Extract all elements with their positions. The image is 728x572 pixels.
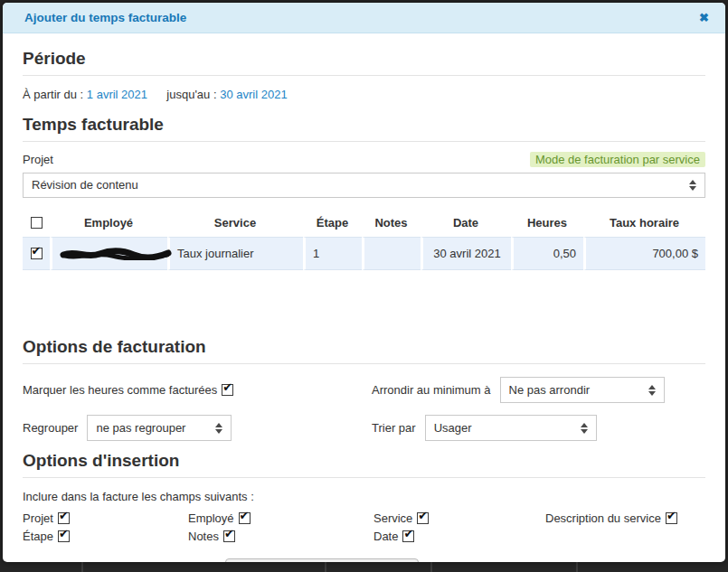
select-all-checkbox[interactable]: ✔ (31, 217, 43, 229)
arrondir-select[interactable]: Ne pas arrondir (500, 377, 665, 403)
project-select[interactable]: Révision de contenu (23, 173, 705, 198)
col-header-employe: Employé (50, 211, 167, 237)
insertion-fields-grid: Projet ✔ Employé ✔ Service ✔ Description… (23, 511, 705, 543)
backdrop-table-divider (430, 561, 432, 572)
regrouper-label: Regrouper (23, 421, 78, 435)
select-arrows-icon (648, 385, 656, 396)
temps-facturable-heading: Temps facturable (23, 115, 705, 142)
field-notes: Notes ✔ (188, 530, 373, 543)
field-employe: Employé ✔ (188, 511, 373, 525)
redacted-employee-name (60, 248, 173, 260)
options-insertion-heading: Options d'insertion (23, 451, 705, 478)
table-header-row: ✔ Employé Service Étape Notes Date Heure… (23, 211, 705, 237)
backdrop-table-divider (325, 561, 326, 572)
field-description-service: Description du service ✔ (545, 511, 705, 525)
field-notes-checkbox[interactable]: ✔ (223, 530, 235, 542)
billing-mode-badge: Mode de facturation par service (530, 152, 705, 167)
close-icon[interactable]: ✖ (699, 12, 709, 23)
field-employe-checkbox[interactable]: ✔ (239, 512, 251, 524)
page-backdrop: Ajouter du temps facturable ✖ Période À … (0, 0, 728, 572)
backdrop-table-divider (576, 561, 578, 572)
field-description-service-checkbox[interactable]: ✔ (666, 512, 677, 524)
periode-range: À partir du : 1 avril 2021 jusqu'au : 30… (23, 88, 705, 101)
cell-taux-horaire: 700,00 $ (583, 237, 705, 270)
cell-service: Taux journalier (167, 237, 303, 270)
cell-date: 30 avril 2021 (421, 237, 511, 270)
billable-time-table: ✔ Employé Service Étape Notes Date Heure… (23, 211, 705, 270)
regrouper-select-value: ne pas regrouper (96, 421, 185, 435)
trier-select[interactable]: Usager (425, 415, 597, 441)
field-etape-checkbox[interactable]: ✔ (58, 530, 70, 542)
marquer-label: Marquer les heures comme facturées (23, 383, 217, 397)
cell-heures: 0,50 (511, 237, 583, 270)
field-service: Service ✔ (373, 511, 545, 525)
backdrop-table-divider (81, 561, 83, 572)
cell-notes (362, 237, 421, 270)
insertion-intro: Inclure dans la facture les champs suiva… (23, 490, 705, 503)
periode-heading: Période (23, 49, 705, 76)
field-service-checkbox[interactable]: ✔ (417, 512, 429, 524)
submit-button[interactable]: + Ajouter le temps facturable (225, 558, 419, 562)
col-header-heures: Heures (511, 211, 583, 237)
dialog-title: Ajouter du temps facturable (24, 11, 186, 24)
trier-select-value: Usager (434, 421, 472, 435)
row-checkbox[interactable]: ✔ (31, 248, 43, 259)
col-header-date: Date (421, 211, 511, 237)
table-row: ✔ Taux journalier 1 30 avril 2021 0,50 7… (23, 237, 705, 270)
marquer-checkbox[interactable]: ✔ (222, 384, 233, 396)
arrondir-select-value: Ne pas arrondir (509, 383, 591, 397)
to-label: jusqu'au : (166, 88, 216, 101)
dialog-footer: + Ajouter le temps facturable ✖ Annuler (23, 558, 705, 562)
from-label: À partir du : (23, 88, 83, 101)
select-arrows-icon (215, 423, 222, 434)
select-arrows-icon (689, 180, 696, 191)
dialog-header: Ajouter du temps facturable ✖ (3, 3, 725, 33)
field-projet: Projet ✔ (23, 511, 188, 525)
col-header-service: Service (167, 211, 303, 237)
cell-employe (50, 237, 167, 270)
col-header-taux: Taux horaire (583, 211, 705, 237)
project-select-value: Révision de contenu (32, 178, 138, 192)
dialog-body: Période À partir du : 1 avril 2021 jusqu… (3, 33, 725, 562)
from-date-link[interactable]: 1 avril 2021 (87, 88, 147, 101)
col-header-notes: Notes (362, 211, 421, 237)
field-projet-checkbox[interactable]: ✔ (58, 512, 70, 524)
to-date-link[interactable]: 30 avril 2021 (220, 88, 287, 101)
select-arrows-icon (581, 423, 588, 434)
trier-label: Trier par (372, 421, 416, 435)
add-billable-time-dialog: Ajouter du temps facturable ✖ Période À … (3, 3, 725, 562)
col-header-etape: Étape (303, 211, 362, 237)
options-facturation-heading: Options de facturation (23, 337, 705, 364)
field-date: Date ✔ (373, 530, 545, 543)
projet-label: Projet (23, 153, 53, 166)
field-date-checkbox[interactable]: ✔ (402, 530, 414, 542)
regrouper-select[interactable]: ne pas regrouper (87, 415, 232, 441)
field-etape: Étape ✔ (23, 530, 188, 543)
cell-etape: 1 (303, 237, 362, 270)
arrondir-label: Arrondir au minimum à (372, 383, 491, 397)
